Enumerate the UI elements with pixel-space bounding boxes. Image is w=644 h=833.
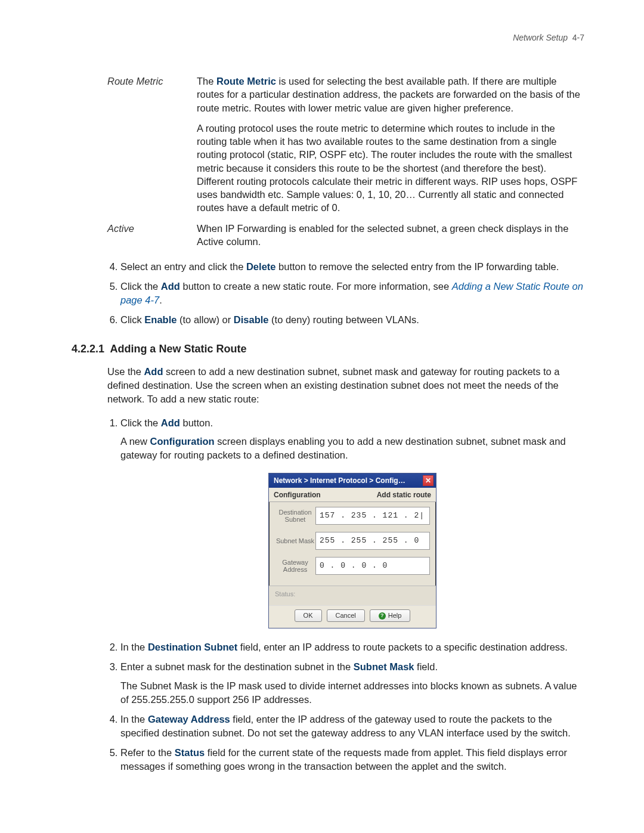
subnet-mask-input[interactable]: 255 . 255 . 255 . 0: [315, 532, 430, 550]
step-6: Click Enable (to allow) or Disable (to d…: [120, 313, 584, 327]
add-bold: Add: [161, 281, 180, 292]
route-metric-bold: Route Metric: [216, 76, 276, 86]
gateway-address-row: Gateway Address 0 . 0 . 0 . 0: [275, 557, 430, 575]
dialog-title: Network > Internet Protocol > Config…: [274, 476, 405, 486]
header-page-number: 4-7: [572, 33, 584, 42]
intro-paragraph: Use the Add screen to add a new destinat…: [107, 365, 584, 406]
definition-table: Route Metric The Route Metric is used fo…: [107, 75, 584, 255]
subheading-number: 4.2.2.1: [72, 343, 104, 355]
gateway-address-label: Gateway Address: [275, 559, 315, 573]
subnet-mask-bold: Subnet Mask: [354, 661, 414, 672]
active-p1: When IP Forwarding is enabled for the se…: [197, 222, 584, 249]
dialog-status: Status:: [269, 586, 436, 605]
subheading-4-2-2-1: 4.2.2.1 Adding a New Static Route: [72, 343, 584, 355]
destination-subnet-bold: Destination Subnet: [148, 642, 237, 652]
enable-bold: Enable: [144, 314, 177, 325]
page: Network Setup 4-7 Route Metric The Route…: [0, 0, 644, 833]
subnet-mask-label: Subnet Mask: [275, 537, 315, 544]
definition-term: Route Metric: [107, 75, 197, 222]
ok-button[interactable]: OK: [295, 609, 322, 622]
dialog-buttons: OK Cancel ? Help: [269, 605, 436, 628]
gateway-address-input[interactable]: 0 . 0 . 0 . 0: [315, 557, 430, 575]
definition-active: Active When IP Forwarding is enabled for…: [107, 222, 584, 256]
section-left: Configuration: [274, 490, 321, 500]
route-metric-p2: A routing protocol uses the route metric…: [197, 122, 584, 215]
step-b1-sub: A new Configuration screen displays enab…: [120, 435, 584, 462]
gateway-address-bold: Gateway Address: [148, 714, 230, 724]
route-metric-p1: The Route Metric is used for selecting t…: [197, 75, 584, 114]
subnet-mask-row: Subnet Mask 255 . 255 . 255 . 0: [275, 532, 430, 550]
step-b2: In the Destination Subnet field, enter a…: [120, 640, 584, 654]
definition-body: When IP Forwarding is enabled for the se…: [197, 222, 584, 256]
page-header: Network Setup 4-7: [513, 33, 584, 42]
header-section: Network Setup: [513, 33, 568, 42]
configuration-bold: Configuration: [150, 436, 215, 447]
step-b3: Enter a subnet mask for the destination …: [120, 660, 584, 706]
dialog-section-header: Configuration Add static route: [269, 488, 436, 502]
destination-subnet-input[interactable]: 157 . 235 . 121 . 2|: [315, 507, 430, 525]
dialog-body: Destination Subnet 157 . 235 . 121 . 2| …: [269, 502, 436, 586]
add-bold: Add: [161, 417, 180, 428]
cancel-button[interactable]: Cancel: [327, 609, 365, 622]
help-button[interactable]: ? Help: [370, 609, 411, 622]
steps-list-a: Select an entry and click the Delete but…: [107, 260, 584, 327]
section-right: Add static route: [377, 490, 431, 500]
destination-subnet-row: Destination Subnet 157 . 235 . 121 . 2|: [275, 507, 430, 525]
step-b3-sub: The Subnet Mask is the IP mask used to d…: [120, 679, 584, 707]
add-bold: Add: [144, 366, 163, 377]
subheading-title: Adding a New Static Route: [110, 343, 246, 355]
destination-subnet-label: Destination Subnet: [275, 509, 315, 523]
delete-bold: Delete: [246, 261, 276, 272]
close-icon[interactable]: ✕: [423, 475, 434, 486]
step-5: Click the Add button to create a new sta…: [120, 280, 584, 307]
status-label: Status:: [275, 590, 295, 597]
dialog-titlebar: Network > Internet Protocol > Config… ✕: [269, 473, 436, 488]
definition-body: The Route Metric is used for selecting t…: [197, 75, 584, 222]
steps-list-b: Click the Add button. A new Configuratio…: [107, 416, 584, 773]
step-b4: In the Gateway Address field, enter the …: [120, 713, 584, 740]
step-4: Select an entry and click the Delete but…: [120, 260, 584, 274]
disable-bold: Disable: [234, 314, 269, 325]
step-b5: Refer to the Status field for the curren…: [120, 746, 584, 773]
help-icon: ?: [379, 612, 386, 620]
config-dialog: Network > Internet Protocol > Config… ✕ …: [268, 473, 436, 628]
status-bold: Status: [175, 747, 205, 758]
definition-term: Active: [107, 222, 197, 256]
step-b1: Click the Add button. A new Configuratio…: [120, 416, 584, 628]
definition-route-metric: Route Metric The Route Metric is used fo…: [107, 75, 584, 222]
